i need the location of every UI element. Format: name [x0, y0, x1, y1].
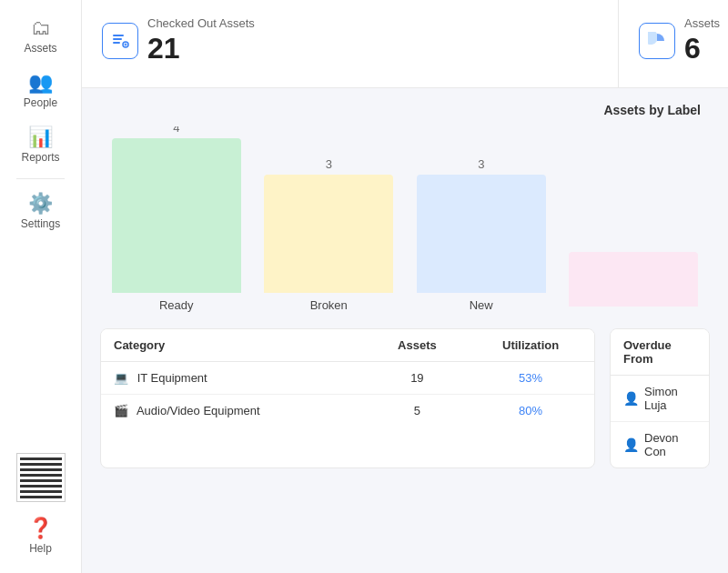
- stat-card-header-2: Assets 6: [639, 16, 708, 65]
- people-icon: 👥: [28, 73, 53, 93]
- main-content: Checked Out Assets 21 Assets 6: [82, 0, 728, 573]
- person-name-2: Devon Con: [644, 431, 696, 458]
- table-row: 💻 IT Equipment 19 53%: [101, 362, 594, 395]
- overdue-row-1: 👤 Simon Luja: [611, 376, 709, 422]
- stat-card-label-2: Assets: [684, 16, 720, 30]
- bar-label-ready: Ready: [159, 298, 194, 317]
- stat-card-assets: Assets 6: [619, 0, 728, 87]
- person-name-1: Simon Luja: [644, 385, 696, 412]
- help-icon: ❓: [28, 518, 53, 538]
- bar-label-broken: Broken: [310, 298, 348, 317]
- person-icon-1: 👤: [623, 391, 639, 406]
- stat-card-header: Checked Out Assets 21: [102, 16, 598, 65]
- category-cell-2: 🎬 Audio/Video Equipment: [101, 395, 368, 427]
- sidebar-item-reports[interactable]: 📊 Reports: [0, 118, 81, 173]
- sidebar-item-label: Settings: [21, 217, 60, 230]
- sidebar-item-label: Reports: [21, 151, 59, 164]
- assets-cell: 19: [368, 362, 468, 395]
- category-table-header-row: Category Assets Utilization: [101, 329, 594, 362]
- bar-label-new: New: [470, 298, 493, 317]
- av-equipment-icon: 🎬: [114, 404, 128, 417]
- stat-card-label: Checked Out Assets: [147, 16, 255, 30]
- bar-group-other: [558, 248, 711, 317]
- assets-cell-2: 5: [368, 395, 468, 427]
- utilization-cell: 53%: [467, 362, 594, 395]
- sidebar-item-label: Help: [29, 542, 52, 555]
- bar-group-ready: 4 Ready: [100, 126, 253, 317]
- utilization-cell-2: 80%: [467, 395, 594, 427]
- chart-section: Assets by Label 4 Ready 3 Broken 3 New: [82, 88, 728, 317]
- col-header-category: Category: [101, 329, 368, 362]
- stat-card-value: 21: [147, 32, 255, 65]
- sidebar: 🗂 Assets 👥 People 📊 Reports ⚙️ Settings …: [0, 0, 82, 573]
- category-table-container: Category Assets Utilization 💻 IT Equipme…: [100, 328, 595, 468]
- category-name-2: Audio/Video Equipment: [136, 404, 260, 417]
- col-header-utilization: Utilization: [467, 329, 594, 362]
- qr-code: [16, 453, 66, 502]
- sidebar-item-people[interactable]: 👥 People: [0, 64, 81, 118]
- bar-new: [417, 175, 546, 293]
- category-cell: 💻 IT Equipment: [101, 362, 368, 395]
- bar-value-ready: 4: [173, 126, 179, 135]
- col-header-assets: Assets: [368, 329, 468, 362]
- settings-icon: ⚙️: [28, 194, 53, 214]
- category-table: Category Assets Utilization 💻 IT Equipme…: [101, 329, 594, 427]
- person-icon-2: 👤: [623, 437, 639, 452]
- sidebar-item-label: Assets: [24, 42, 56, 55]
- person-row-2: 👤 Devon Con: [623, 431, 696, 458]
- overdue-table-container: Overdue From 👤 Simon Luja: [610, 328, 710, 468]
- category-name: IT Equipment: [137, 371, 207, 385]
- overdue-person-cell-1: 👤 Simon Luja: [611, 376, 709, 422]
- tables-row: Category Assets Utilization 💻 IT Equipme…: [100, 317, 710, 468]
- assets-icon: 🗂: [31, 18, 51, 38]
- person-row-1: 👤 Simon Luja: [623, 385, 696, 412]
- table-row: 🎬 Audio/Video Equipment 5 80%: [101, 395, 594, 427]
- overdue-table: Overdue From 👤 Simon Luja: [611, 329, 709, 467]
- sidebar-item-label: People: [24, 96, 57, 109]
- stat-cards-row: Checked Out Assets 21 Assets 6: [82, 0, 728, 88]
- svg-rect-1: [113, 38, 122, 40]
- bar-group-new: 3 New: [405, 157, 558, 317]
- col-header-overdue: Overdue From: [611, 329, 709, 376]
- bar-group-broken: 3 Broken: [253, 157, 406, 317]
- svg-rect-2: [113, 42, 120, 44]
- bar-chart: 4 Ready 3 Broken 3 New: [100, 126, 710, 317]
- bar-ready: [112, 138, 241, 293]
- sidebar-bottom: ❓ Help: [0, 446, 81, 564]
- qr-inner: [20, 457, 62, 498]
- assets-pie-icon: [639, 23, 675, 59]
- sidebar-item-assets[interactable]: 🗂 Assets: [0, 9, 81, 64]
- chart-title: Assets by Label: [100, 103, 710, 117]
- bar-value-broken: 3: [326, 157, 332, 171]
- sidebar-divider: [16, 178, 65, 179]
- sidebar-item-help[interactable]: ❓ Help: [0, 509, 81, 564]
- sidebar-item-settings[interactable]: ⚙️ Settings: [0, 185, 81, 239]
- stat-card-value-2: 6: [684, 32, 720, 65]
- overdue-header-row: Overdue From: [611, 329, 709, 376]
- bar-other: [569, 252, 698, 307]
- checked-out-icon: [102, 23, 138, 59]
- bar-broken: [264, 175, 393, 293]
- bar-value-new: 3: [478, 157, 484, 171]
- overdue-person-cell-2: 👤 Devon Con: [611, 422, 709, 468]
- it-equipment-icon: 💻: [114, 371, 128, 385]
- svg-rect-0: [113, 35, 124, 36]
- overdue-row-2: 👤 Devon Con: [611, 422, 709, 468]
- stat-card-checked-out: Checked Out Assets 21: [82, 0, 619, 87]
- reports-icon: 📊: [28, 127, 53, 147]
